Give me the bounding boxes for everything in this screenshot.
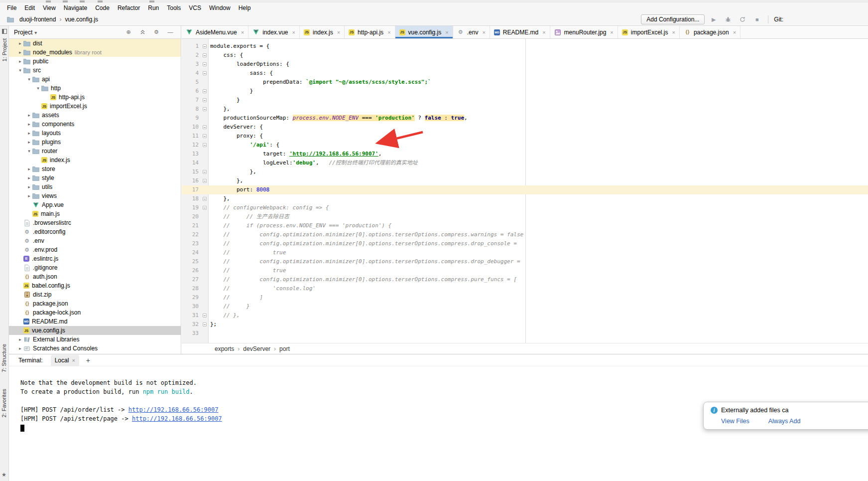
breadcrumb-file[interactable]: vue.config.js — [65, 16, 98, 23]
editor-tab-index-js[interactable]: JSindex.js× — [300, 26, 345, 38]
tree-row-http-api-js[interactable]: JShttp-api.js — [9, 93, 181, 102]
fold-marker[interactable] — [201, 141, 209, 150]
code-line[interactable]: 27 // config.optimization.minimizer[0].o… — [182, 275, 868, 284]
project-toolwindow-tab[interactable]: 1: Project — [0, 28, 8, 61]
fold-marker[interactable] — [201, 69, 209, 78]
code-line[interactable]: 6 } — [182, 87, 868, 96]
favorites-star-icon[interactable] — [1, 472, 6, 478]
terminal-tab-local[interactable]: Local — [51, 355, 79, 366]
tree-row-package-lock-json[interactable]: { }package-lock.json — [9, 308, 181, 317]
code-line[interactable]: 13 target: 'http://192.168.66.56:9007', — [182, 150, 868, 159]
code-line[interactable]: 25 // config.optimization.minimizer[0].o… — [182, 257, 868, 266]
code-line[interactable]: 28 // 'console.log' — [182, 284, 868, 293]
menu-edit[interactable]: Edit — [20, 3, 39, 13]
tree-row-dist[interactable]: ▸dist — [9, 39, 181, 48]
tree-row-components[interactable]: ▸components — [9, 120, 181, 129]
code-editor[interactable]: 1module.exports = {2 css: {3 loaderOptio… — [182, 39, 868, 338]
chevron-right-icon[interactable]: ▸ — [17, 346, 23, 351]
code-line[interactable]: 15 }, — [182, 167, 868, 176]
chevron-right-icon[interactable]: ▸ — [26, 175, 32, 180]
tree-row-node-modules[interactable]: ▸node_moduleslibrary root — [9, 48, 181, 57]
chevron-right-icon[interactable]: ▸ — [17, 50, 23, 55]
tree-row-utils[interactable]: ▸utils — [9, 182, 181, 191]
chevron-down-icon[interactable]: ▾ — [17, 68, 23, 73]
tree-row-views[interactable]: ▸views — [9, 191, 181, 200]
fold-marker[interactable] — [201, 105, 209, 114]
fold-marker[interactable] — [201, 123, 209, 132]
chevron-right-icon[interactable]: ▸ — [17, 41, 23, 46]
code-line[interactable]: 9 productionSourceMap: process.env.NODE_… — [182, 114, 868, 123]
menu-refactor[interactable]: Refactor — [114, 3, 144, 13]
tree-row-dist-zip[interactable]: dist.zip — [9, 290, 181, 299]
fold-marker[interactable] — [201, 42, 209, 51]
menu-window[interactable]: Window — [205, 3, 235, 13]
tree-row-env-prod[interactable]: ⚙.env.prod — [9, 245, 181, 254]
chevron-down-icon[interactable]: ▾ — [26, 77, 32, 82]
fold-marker[interactable] — [201, 176, 209, 185]
tree-row-env[interactable]: ⚙.env — [9, 236, 181, 245]
tree-row-importexcel-js[interactable]: JSimportExcel.js — [9, 102, 181, 111]
tree-row-public[interactable]: ▸public — [9, 57, 181, 66]
code-line[interactable]: 30 // } — [182, 302, 868, 311]
close-icon[interactable]: × — [672, 29, 675, 35]
fold-marker[interactable] — [201, 167, 209, 176]
tree-row-browserslistrc[interactable]: .browserslistrc — [9, 218, 181, 227]
editor-tab-vue-config-js[interactable]: JSvue.config.js× — [395, 26, 453, 38]
tree-row-store[interactable]: ▸store — [9, 164, 181, 173]
code-line[interactable]: 21 // if (process.env.NODE_ENV === 'prod… — [182, 221, 868, 230]
code-line[interactable]: 31 // }, — [182, 311, 868, 320]
tree-row-main-js[interactable]: JSmain.js — [9, 209, 181, 218]
code-line[interactable]: 11 proxy: { — [182, 132, 868, 141]
tree-row-index-js[interactable]: JSindex.js — [9, 156, 181, 164]
code-line[interactable]: 18 }, — [182, 194, 868, 203]
update-icon[interactable] — [739, 16, 746, 23]
editor-tab-menurouter-jpg[interactable]: menuRouter.jpg× — [550, 26, 618, 38]
code-line[interactable]: 8 }, — [182, 105, 868, 114]
fold-marker[interactable] — [201, 96, 209, 105]
fold-marker[interactable] — [201, 87, 209, 96]
tree-row-eslintrc-js[interactable]: E.eslintrc.js — [9, 254, 181, 263]
code-line[interactable]: 12 '/api': { — [182, 141, 868, 150]
code-line[interactable]: 10 devServer: { — [182, 123, 868, 132]
tree-row-editorconfig[interactable]: ⚙.editorconfig — [9, 227, 181, 236]
code-line[interactable]: 2 css: { — [182, 51, 868, 60]
chevron-right-icon[interactable]: ▸ — [26, 140, 32, 145]
close-icon[interactable]: × — [482, 29, 485, 35]
menu-tools[interactable]: Tools — [163, 3, 185, 13]
close-icon[interactable]: × — [733, 29, 736, 35]
close-icon[interactable]: × — [337, 29, 340, 35]
locate-icon[interactable]: ⊕ — [125, 29, 132, 36]
chevron-right-icon[interactable]: ▸ — [26, 122, 32, 127]
code-line[interactable]: 7 } — [182, 96, 868, 105]
fold-marker[interactable] — [201, 194, 209, 203]
stop-icon[interactable]: ■ — [753, 16, 760, 23]
editor-tab-package-json[interactable]: { }package.json× — [680, 26, 741, 38]
chevron-down-icon[interactable]: ▾ — [35, 86, 41, 91]
project-panel-title[interactable]: Project — [14, 29, 32, 36]
collapse-all-icon[interactable] — [139, 29, 146, 36]
tree-row-style[interactable]: ▸style — [9, 173, 181, 182]
chevron-right-icon[interactable]: ▸ — [26, 193, 32, 198]
code-line[interactable]: 33 — [182, 329, 868, 338]
stripe-7-structure[interactable]: 7: Structure — [1, 344, 7, 372]
view-files-link[interactable]: View Files — [721, 418, 749, 425]
code-line[interactable]: 29 // ] — [182, 293, 868, 302]
menu-file[interactable]: File — [3, 3, 20, 13]
chevron-right-icon[interactable]: ▸ — [26, 184, 32, 189]
menu-vcs[interactable]: VCS — [185, 3, 205, 13]
tree-row-src[interactable]: ▾src — [9, 66, 181, 75]
breadcrumb-project[interactable]: duoji-frontend — [19, 16, 56, 23]
code-line[interactable]: 19 // configureWebpack: config => { — [182, 203, 868, 212]
terminal-link[interactable]: http://192.168.66.56:9007 — [128, 406, 219, 413]
close-icon[interactable]: × — [445, 29, 448, 35]
tree-row-layouts[interactable]: ▸layouts — [9, 129, 181, 138]
fold-marker[interactable] — [201, 51, 209, 60]
code-line[interactable]: 20 // // 生产去除日志 — [182, 212, 868, 221]
fold-marker[interactable] — [201, 132, 209, 141]
tree-row-babel-config-js[interactable]: JSbabel.config.js — [9, 281, 181, 290]
debug-icon[interactable] — [725, 16, 732, 23]
menu-help[interactable]: Help — [235, 3, 255, 13]
menu-view[interactable]: View — [39, 3, 60, 13]
fold-marker[interactable] — [201, 60, 209, 69]
code-line[interactable]: 17 port: 8008 — [182, 185, 868, 194]
